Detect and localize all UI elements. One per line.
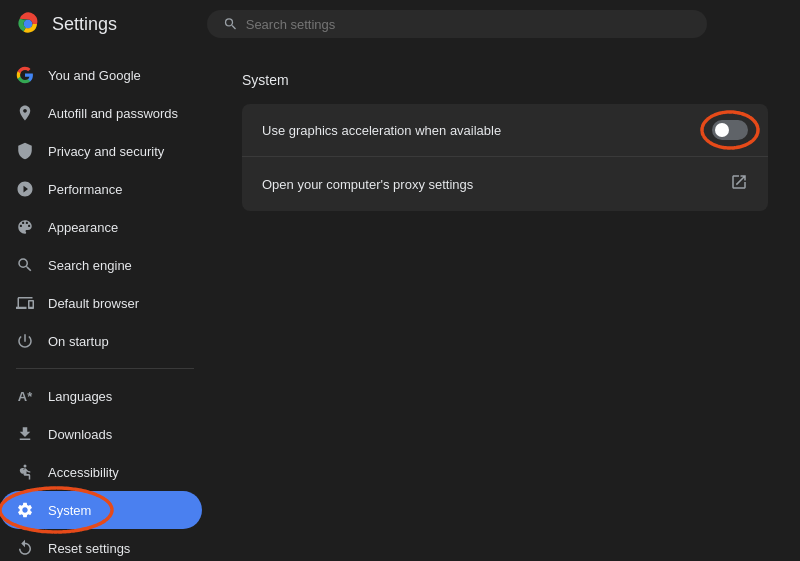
accessibility-icon <box>16 463 34 481</box>
sidebar-item-downloads[interactable]: Downloads <box>0 415 202 453</box>
main-content: System Use graphics acceleration when av… <box>210 48 800 561</box>
sidebar-item-system-label: System <box>48 503 91 518</box>
proxy-settings-label: Open your computer's proxy settings <box>262 177 473 192</box>
sidebar-item-autofill[interactable]: Autofill and passwords <box>0 94 202 132</box>
sidebar-item-privacy-label: Privacy and security <box>48 144 164 159</box>
sidebar-item-search-engine-label: Search engine <box>48 258 132 273</box>
sidebar-item-default-browser[interactable]: Default browser <box>0 284 202 322</box>
languages-icon: A* <box>16 387 34 405</box>
sidebar-item-appearance-label: Appearance <box>48 220 118 235</box>
sidebar-item-on-startup-label: On startup <box>48 334 109 349</box>
page-title: Settings <box>52 14 117 35</box>
you-and-google-icon <box>16 66 34 84</box>
sidebar-item-languages-label: Languages <box>48 389 112 404</box>
graphics-acceleration-row: Use graphics acceleration when available <box>242 104 768 157</box>
graphics-acceleration-label: Use graphics acceleration when available <box>262 123 501 138</box>
sidebar-item-search-engine[interactable]: Search engine <box>0 246 202 284</box>
sidebar-item-performance-label: Performance <box>48 182 122 197</box>
sidebar-item-you-and-google[interactable]: You and Google <box>0 56 202 94</box>
proxy-external-link-icon[interactable] <box>730 173 748 195</box>
sidebar-item-autofill-label: Autofill and passwords <box>48 106 178 121</box>
search-input[interactable] <box>246 17 691 32</box>
sidebar-item-accessibility[interactable]: Accessibility <box>0 453 202 491</box>
sidebar-item-reset-settings-label: Reset settings <box>48 541 130 556</box>
graphics-acceleration-toggle[interactable] <box>712 120 748 140</box>
on-startup-icon <box>16 332 34 350</box>
default-browser-icon <box>16 294 34 312</box>
sidebar-divider-1 <box>16 368 194 369</box>
privacy-icon <box>16 142 34 160</box>
system-icon <box>16 501 34 519</box>
layout: You and Google Autofill and passwords Pr… <box>0 48 800 561</box>
toggle-thumb <box>715 123 729 137</box>
sidebar-item-accessibility-label: Accessibility <box>48 465 119 480</box>
proxy-settings-row: Open your computer's proxy settings <box>242 157 768 211</box>
sidebar-item-downloads-label: Downloads <box>48 427 112 442</box>
sidebar-item-appearance[interactable]: Appearance <box>0 208 202 246</box>
downloads-icon <box>16 425 34 443</box>
header: Settings <box>0 0 800 48</box>
search-engine-icon <box>16 256 34 274</box>
search-box[interactable] <box>207 10 707 38</box>
svg-point-1 <box>24 465 27 468</box>
sidebar-item-system[interactable]: System <box>0 491 202 529</box>
settings-group: Use graphics acceleration when available… <box>242 104 768 211</box>
sidebar-item-you-and-google-label: You and Google <box>48 68 141 83</box>
appearance-icon <box>16 218 34 236</box>
sidebar-item-languages[interactable]: A* Languages <box>0 377 202 415</box>
sidebar-item-reset-settings[interactable]: Reset settings <box>0 529 202 561</box>
autofill-icon <box>16 104 34 122</box>
toggle-container <box>712 120 748 140</box>
chrome-logo <box>16 12 40 36</box>
sidebar-item-performance[interactable]: Performance <box>0 170 202 208</box>
performance-icon <box>16 180 34 198</box>
sidebar-item-on-startup[interactable]: On startup <box>0 322 202 360</box>
reset-icon <box>16 539 34 557</box>
sidebar-item-default-browser-label: Default browser <box>48 296 139 311</box>
search-icon <box>223 16 238 32</box>
sidebar: You and Google Autofill and passwords Pr… <box>0 48 210 561</box>
section-title: System <box>242 72 768 88</box>
sidebar-item-privacy[interactable]: Privacy and security <box>0 132 202 170</box>
